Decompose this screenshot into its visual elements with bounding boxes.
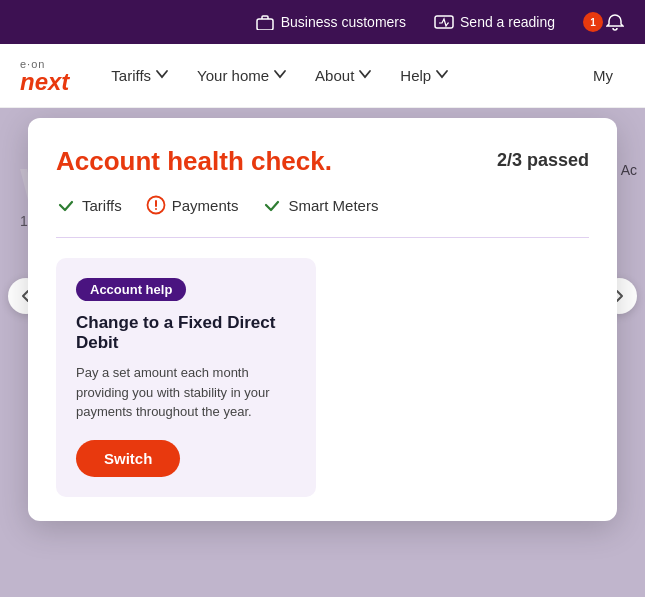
business-customers-label: Business customers <box>281 14 406 30</box>
main-nav: e·on next Tariffs Your home About Help <box>0 44 645 108</box>
modal-passed-count: 2/3 passed <box>497 146 589 171</box>
nav-help[interactable]: Help <box>388 59 461 92</box>
utility-bar: Business customers Send a reading 1 <box>0 0 645 44</box>
check-passed-icon-2 <box>262 195 282 215</box>
modal-title: Account health check. <box>56 146 332 177</box>
meter-icon <box>434 12 454 32</box>
svg-rect-0 <box>257 19 273 30</box>
nav-about-label: About <box>315 67 354 84</box>
nav-tariffs[interactable]: Tariffs <box>99 59 181 92</box>
logo-next-text: next <box>20 70 69 94</box>
nav-items: Tariffs Your home About Help My <box>99 59 625 92</box>
page-background: Wo 192 G Ac Account health check. 2/3 pa… <box>0 108 645 597</box>
send-reading-link[interactable]: Send a reading <box>434 12 555 32</box>
bell-icon <box>605 12 625 32</box>
logo[interactable]: e·on next <box>20 58 69 94</box>
nav-your-home[interactable]: Your home <box>185 59 299 92</box>
chevron-down-icon-4 <box>435 67 449 84</box>
check-payments-label: Payments <box>172 197 239 214</box>
check-smart-meters-label: Smart Meters <box>288 197 378 214</box>
help-tag: Account help <box>76 278 186 301</box>
send-reading-label: Send a reading <box>460 14 555 30</box>
check-passed-icon <box>56 195 76 215</box>
nav-my-label: My <box>593 67 613 84</box>
notification-count: 1 <box>590 17 596 28</box>
briefcase-icon <box>255 12 275 32</box>
health-check-modal: Account health check. 2/3 passed Tariffs… <box>28 118 617 521</box>
check-smart-meters: Smart Meters <box>262 195 378 215</box>
notifications-button[interactable]: 1 <box>583 12 625 32</box>
warning-icon <box>146 195 166 215</box>
check-tariffs: Tariffs <box>56 195 122 215</box>
nav-about[interactable]: About <box>303 59 384 92</box>
check-payments: Payments <box>146 195 239 215</box>
nav-my[interactable]: My <box>581 59 625 92</box>
help-card-title: Change to a Fixed Direct Debit <box>76 313 296 353</box>
nav-tariffs-label: Tariffs <box>111 67 151 84</box>
modal-header: Account health check. 2/3 passed <box>56 146 589 177</box>
modal-divider <box>56 237 589 238</box>
chevron-down-icon-3 <box>358 67 372 84</box>
chevron-down-icon <box>155 67 169 84</box>
help-card-description: Pay a set amount each month providing yo… <box>76 363 296 422</box>
nav-help-label: Help <box>400 67 431 84</box>
switch-button[interactable]: Switch <box>76 440 180 477</box>
nav-your-home-label: Your home <box>197 67 269 84</box>
business-customers-link[interactable]: Business customers <box>255 12 406 32</box>
health-checks: Tariffs Payments Smart Meters <box>56 195 589 215</box>
chevron-down-icon-2 <box>273 67 287 84</box>
svg-point-3 <box>155 208 157 210</box>
check-tariffs-label: Tariffs <box>82 197 122 214</box>
help-card: Account help Change to a Fixed Direct De… <box>56 258 316 497</box>
